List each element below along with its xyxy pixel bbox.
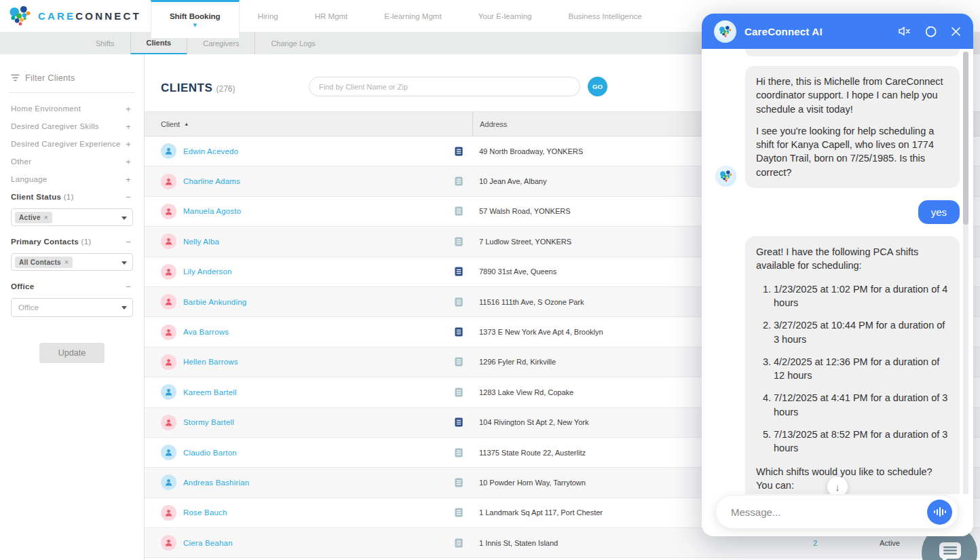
- client-name-link[interactable]: Manuela Agosto: [183, 207, 241, 215]
- filter-section-label: Language: [11, 175, 48, 183]
- update-button[interactable]: Update: [39, 343, 105, 363]
- filter-section-label: Desired Caregiver Experience: [11, 140, 121, 148]
- expand-plus-icon[interactable]: +: [124, 157, 133, 167]
- client-name-link[interactable]: Stormy Bartell: [183, 418, 234, 426]
- note-icon[interactable]: [455, 327, 463, 337]
- expand-plus-icon[interactable]: +: [124, 104, 133, 114]
- sort-asc-icon: ▲: [184, 122, 189, 126]
- bot-message-paragraph: Great! I have the following PCA shifts a…: [756, 245, 949, 273]
- message-input-pill: [715, 495, 958, 529]
- mute-speaker-icon[interactable]: [898, 26, 911, 37]
- bot-message-group: Hi there, this is Michelle from CareConn…: [702, 66, 973, 188]
- expand-plus-icon[interactable]: +: [124, 122, 133, 132]
- client-cell: Barbie Ankunding: [153, 294, 472, 310]
- top-nav-tab-hr-mgmt[interactable]: HR Mgmt: [297, 0, 366, 32]
- careconnect-ai-chat-panel: CareConnect AI Hi there, this is Michell…: [702, 14, 973, 536]
- client-name-link[interactable]: Kareem Bartell: [183, 388, 237, 396]
- top-nav-tab-shift-booking[interactable]: Shift Booking▼: [151, 0, 240, 38]
- client-name-link[interactable]: Nelly Alba: [183, 238, 219, 246]
- remove-tag-icon[interactable]: ×: [64, 259, 69, 266]
- filter-section-other[interactable]: Other+: [11, 153, 133, 170]
- voice-input-button[interactable]: [927, 500, 952, 525]
- subnav-tab-change-logs[interactable]: Change Logs: [255, 32, 331, 54]
- refresh-icon[interactable]: [925, 26, 937, 37]
- note-icon[interactable]: [455, 357, 463, 367]
- top-nav-tab-hiring[interactable]: Hiring: [240, 0, 297, 32]
- client-name-link[interactable]: Edwin Acevedo: [183, 147, 238, 155]
- message-input[interactable]: [731, 506, 927, 518]
- filter-title-label: Filter Clients: [25, 73, 75, 83]
- note-icon[interactable]: [455, 237, 463, 246]
- close-icon[interactable]: [951, 26, 961, 37]
- note-icon[interactable]: [455, 508, 463, 517]
- bot-message-paragraph: I see you're looking for help scheduling…: [756, 124, 949, 179]
- top-nav-tab-business-intelligence[interactable]: Business Intelligence: [550, 0, 660, 32]
- shift-list-item: 4/2/2025 at 12:36 PM for a duration of 1…: [774, 355, 949, 383]
- search-input[interactable]: [309, 77, 580, 96]
- note-icon[interactable]: [455, 206, 463, 216]
- top-nav-tab-label: E-learning Mgmt: [384, 12, 441, 20]
- chat-transcript: Hi there, this is Michelle from CareConn…: [702, 49, 973, 536]
- filter-section-label: Home Environment: [11, 105, 81, 113]
- client-name-link[interactable]: Lily Anderson: [183, 267, 232, 276]
- person-avatar-icon: [161, 505, 176, 521]
- note-icon[interactable]: [455, 538, 463, 548]
- shift-list-item: 3/27/2025 at 10:44 PM for a duration of …: [774, 318, 949, 346]
- filter-section-office[interactable]: Office −: [11, 278, 133, 295]
- note-icon[interactable]: [455, 417, 463, 427]
- expand-plus-icon[interactable]: +: [124, 139, 133, 149]
- top-nav-tab-label: Shift Booking: [170, 12, 221, 20]
- top-nav-tab-your-e-learning[interactable]: Your E-learning: [460, 0, 550, 32]
- client-cell: Nelly Alba: [153, 234, 472, 249]
- chat-scrollbar-thumb[interactable]: [963, 52, 968, 225]
- client-cell: Hellen Barrows: [153, 354, 472, 370]
- filter-section-label: Other: [11, 157, 31, 166]
- careconnect-logo[interactable]: CARECONNECT: [0, 0, 151, 32]
- note-icon[interactable]: [455, 388, 463, 397]
- column-header-client[interactable]: Client▲: [153, 112, 472, 136]
- filter-section-label: Desired Caregiver Skills: [11, 122, 99, 130]
- note-icon[interactable]: [455, 478, 463, 487]
- filter-section-primary-contacts[interactable]: Primary Contacts (1) −: [11, 233, 133, 250]
- primary-contacts-select[interactable]: All Contacts×: [11, 253, 133, 271]
- filter-sidebar: Filter Clients Home Environment+Desired …: [0, 54, 145, 560]
- filter-section-client-status[interactable]: Client Status (1) −: [11, 188, 133, 206]
- chat-header-icons: [898, 26, 961, 37]
- subnav-tab-shifts[interactable]: Shifts: [80, 32, 130, 54]
- note-icon[interactable]: [455, 176, 463, 186]
- filter-section-desired-caregiver-experience[interactable]: Desired Caregiver Experience+: [11, 135, 133, 153]
- go-button[interactable]: GO: [588, 77, 607, 96]
- client-name-link[interactable]: Ava Barrows: [183, 328, 229, 336]
- user-message: yes: [918, 200, 960, 224]
- client-name-link[interactable]: Barbie Ankunding: [183, 298, 246, 306]
- note-icon[interactable]: [455, 147, 463, 156]
- client-status-select[interactable]: Active×: [11, 208, 133, 226]
- filter-section-label: Client Status (1): [11, 193, 74, 201]
- person-avatar-icon: [161, 204, 176, 219]
- user-message-row: yes: [715, 200, 960, 224]
- expand-plus-icon[interactable]: +: [124, 174, 133, 185]
- client-name-link[interactable]: Hellen Barrows: [183, 358, 238, 366]
- client-name-link[interactable]: Ciera Beahan: [183, 539, 233, 547]
- filter-section-home-environment[interactable]: Home Environment+: [11, 100, 133, 117]
- note-icon[interactable]: [455, 448, 463, 458]
- collapse-icon[interactable]: −: [124, 192, 133, 202]
- client-name-link[interactable]: Rose Bauch: [183, 508, 227, 517]
- filter-section-desired-caregiver-skills[interactable]: Desired Caregiver Skills+: [11, 117, 133, 135]
- office-select[interactable]: Office: [11, 298, 133, 317]
- client-name-link[interactable]: Charline Adams: [183, 177, 240, 185]
- filter-section-language[interactable]: Language+: [11, 170, 133, 188]
- top-nav-tab-e-learning-mgmt[interactable]: E-learning Mgmt: [366, 0, 459, 32]
- collapse-icon[interactable]: −: [124, 237, 133, 247]
- note-icon[interactable]: [455, 267, 463, 276]
- contacts-cell[interactable]: 2: [785, 539, 846, 547]
- client-cell: Charline Adams: [153, 174, 472, 189]
- shift-list-item: 7/13/2025 at 8:52 PM for a duration of 3…: [774, 428, 949, 455]
- bot-message: Great! I have the following PCA shifts a…: [745, 236, 960, 536]
- client-name-link[interactable]: Andreas Bashirian: [183, 479, 249, 487]
- logo-care-text: CARE: [38, 10, 75, 22]
- remove-tag-icon[interactable]: ×: [44, 214, 48, 221]
- client-name-link[interactable]: Claudio Barton: [183, 449, 237, 457]
- note-icon[interactable]: [455, 297, 463, 307]
- collapse-icon[interactable]: −: [124, 282, 133, 292]
